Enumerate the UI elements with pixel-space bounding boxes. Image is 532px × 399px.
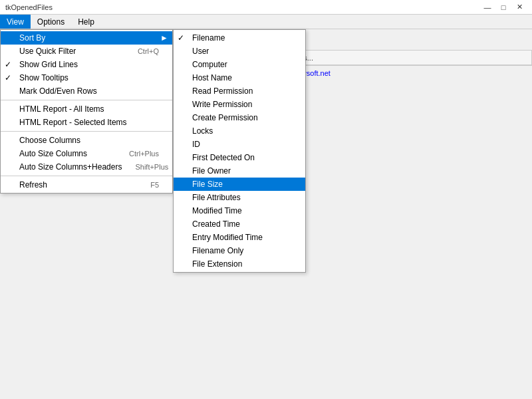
menu-item-refresh[interactable]: Refresh F5 xyxy=(1,178,172,192)
submenu-id[interactable]: ID xyxy=(174,138,305,151)
submenu-modified-time[interactable]: Modified Time xyxy=(174,204,305,217)
odd-even-label: Mark Odd/Even Rows xyxy=(19,86,97,96)
sort-by-submenu: ✓ Filename User Computer Host Name Read … xyxy=(173,29,306,273)
menu-view[interactable]: View xyxy=(0,15,31,29)
maximize-button[interactable]: □ xyxy=(496,2,511,13)
tooltips-check: ✓ xyxy=(5,73,11,82)
menu-item-auto-size[interactable]: Auto Size Columns Ctrl+Plus xyxy=(1,147,172,160)
filename-check: ✓ xyxy=(178,33,184,43)
file-attrs-label: File Attributes xyxy=(192,193,241,202)
view-menu-dropdown: Sort By ► Use Quick Filter Ctrl+Q ✓ Show… xyxy=(0,29,173,194)
submenu-filename-only[interactable]: Filename Only xyxy=(174,244,305,257)
auto-size-label: Auto Size Columns xyxy=(19,149,87,158)
separator-1 xyxy=(1,100,172,100)
auto-size-headers-shortcut: Shift+Plus xyxy=(122,163,168,171)
first-detected-label: First Detected On xyxy=(192,153,255,162)
title-bar: tkOpenedFiles — □ ✕ xyxy=(0,0,532,15)
filename-only-label: Filename Only xyxy=(192,246,243,255)
submenu-filename[interactable]: ✓ Filename xyxy=(174,31,305,45)
submenu-file-attrs[interactable]: File Attributes xyxy=(174,191,305,204)
menu-options[interactable]: Options xyxy=(31,15,71,29)
minimize-button[interactable]: — xyxy=(480,2,495,13)
submenu-hostname[interactable]: Host Name xyxy=(174,71,305,84)
submenu-first-detected[interactable]: First Detected On xyxy=(174,151,305,164)
menu-item-html-selected[interactable]: HTML Report - Selected Items xyxy=(1,116,172,129)
refresh-label: Refresh xyxy=(19,180,47,190)
submenu-read-perm[interactable]: Read Permission xyxy=(174,84,305,98)
file-owner-label: File Owner xyxy=(192,166,231,176)
menu-item-odd-even[interactable]: Mark Odd/Even Rows xyxy=(1,84,172,98)
choose-cols-label: Choose Columns xyxy=(19,136,80,145)
hostname-label: Host Name xyxy=(192,73,232,82)
html-selected-label: HTML Report - Selected Items xyxy=(19,118,127,127)
auto-size-headers-label: Auto Size Columns+Headers xyxy=(19,162,122,172)
submenu-file-size[interactable]: File Size xyxy=(174,178,305,191)
submenu-user[interactable]: User xyxy=(174,45,305,58)
menu-item-quick-filter[interactable]: Use Quick Filter Ctrl+Q xyxy=(1,45,172,58)
file-size-label: File Size xyxy=(192,180,223,189)
submenu-write-perm[interactable]: Write Permission xyxy=(174,98,305,111)
submenu-entry-modified[interactable]: Entry Modified Time xyxy=(174,231,305,244)
submenu-created-time[interactable]: Created Time xyxy=(174,217,305,231)
grid-lines-label: Show Grid Lines xyxy=(19,60,78,69)
menu-item-auto-size-headers[interactable]: Auto Size Columns+Headers Shift+Plus xyxy=(1,160,172,174)
sort-by-label: Sort By xyxy=(19,33,45,43)
write-perm-label: Write Permission xyxy=(192,100,252,109)
submenu-create-perm[interactable]: Create Permission xyxy=(174,111,305,124)
refresh-shortcut: F5 xyxy=(137,181,159,189)
modified-time-label: Modified Time xyxy=(192,206,242,215)
submenu-file-ext[interactable]: File Extension xyxy=(174,257,305,271)
submenu-locks[interactable]: Locks xyxy=(174,124,305,138)
close-button[interactable]: ✕ xyxy=(512,2,527,13)
window-controls: — □ ✕ xyxy=(480,2,527,13)
read-perm-label: Read Permission xyxy=(192,86,253,96)
auto-size-shortcut: Ctrl+Plus xyxy=(116,150,159,158)
app-title: tkOpenedFiles xyxy=(5,3,480,11)
menu-help[interactable]: Help xyxy=(71,15,101,29)
menu-item-sort-by[interactable]: Sort By ► xyxy=(1,31,172,45)
html-all-label: HTML Report - All Items xyxy=(19,104,104,114)
separator-3 xyxy=(1,176,172,176)
entry-modified-label: Entry Modified Time xyxy=(192,233,263,242)
menu-item-tooltips[interactable]: ✓ Show Tooltips xyxy=(1,71,172,84)
filename-label: Filename xyxy=(192,33,225,43)
menu-item-choose-cols[interactable]: Choose Columns xyxy=(1,134,172,147)
file-ext-label: File Extension xyxy=(192,259,242,269)
quick-filter-shortcut: Ctrl+Q xyxy=(124,47,159,55)
menu-item-grid-lines[interactable]: ✓ Show Grid Lines xyxy=(1,58,172,71)
user-label: User xyxy=(192,47,209,56)
menu-item-html-all[interactable]: HTML Report - All Items xyxy=(1,102,172,116)
grid-lines-check: ✓ xyxy=(5,60,11,69)
sort-by-arrow: ► xyxy=(160,33,168,43)
computer-label: Computer xyxy=(192,60,227,69)
create-perm-label: Create Permission xyxy=(192,113,258,122)
submenu-computer[interactable]: Computer xyxy=(174,58,305,71)
id-label: ID xyxy=(192,140,200,149)
created-time-label: Created Time xyxy=(192,219,240,229)
tooltips-label: Show Tooltips xyxy=(19,73,68,82)
submenu-file-owner[interactable]: File Owner xyxy=(174,164,305,178)
separator-2 xyxy=(1,131,172,132)
locks-label: Locks xyxy=(192,126,213,136)
quick-filter-label: Use Quick Filter xyxy=(19,47,76,56)
menu-bar: View Options Help xyxy=(0,15,532,29)
